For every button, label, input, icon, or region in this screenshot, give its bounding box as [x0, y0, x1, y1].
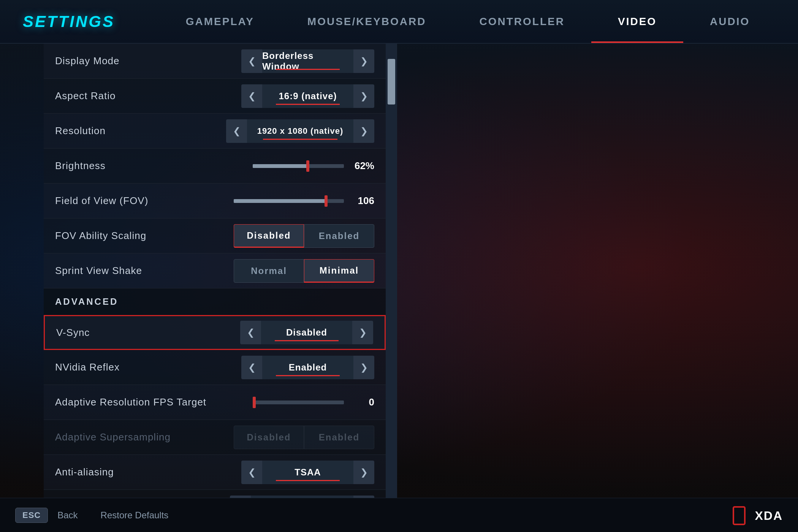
vsync-prev[interactable] [240, 321, 261, 344]
nvidia-reflex-next[interactable] [353, 356, 374, 379]
fov-ability-disabled[interactable]: Disabled [234, 224, 304, 248]
display-mode-next[interactable] [353, 49, 374, 73]
tab-controller[interactable]: CONTROLLER [453, 0, 591, 43]
aspect-ratio-underline [276, 104, 340, 105]
chevron-right-icon [360, 126, 368, 136]
sprint-view-normal[interactable]: Normal [234, 259, 304, 283]
label-vsync: V-Sync [56, 327, 240, 339]
label-fov: Field of View (FOV) [55, 195, 234, 207]
sprint-view-minimal[interactable]: Minimal [304, 259, 374, 283]
label-resolution: Resolution [55, 125, 226, 137]
chevron-left-icon [248, 56, 256, 66]
resolution-value: 1920 x 1080 (native) [257, 126, 344, 136]
label-anti-aliasing: Anti-aliasing [55, 466, 241, 478]
resolution-prev[interactable] [226, 119, 247, 143]
sidebar-left [0, 44, 44, 498]
navbar: SETTINGS GAMEPLAY MOUSE/KEYBOARD CONTROL… [0, 0, 798, 44]
control-adaptive-res: 0 [253, 396, 374, 408]
chevron-right-icon [360, 56, 368, 66]
main-content: Display Mode Borderless Window Aspect Ra… [0, 44, 798, 498]
setting-row-adaptive-res: Adaptive Resolution FPS Target 0 [44, 385, 386, 420]
brightness-track[interactable] [253, 164, 344, 168]
adaptive-super-enabled: Enabled [304, 426, 374, 449]
scrollbar-thumb[interactable] [388, 59, 395, 104]
fov-thumb [325, 195, 328, 207]
control-fov-ability: Disabled Enabled [234, 224, 374, 248]
fov-ability-enabled[interactable]: Enabled [304, 224, 374, 248]
tab-gameplay[interactable]: GAMEPLAY [159, 0, 281, 43]
setting-row-fov: Field of View (FOV) 106 [44, 184, 386, 218]
label-adaptive-super: Adaptive Supersampling [55, 431, 234, 443]
setting-row-anti-aliasing: Anti-aliasing TSAA [44, 455, 386, 490]
fov-track[interactable] [234, 199, 344, 203]
control-anti-aliasing: TSAA [241, 461, 374, 484]
label-aspect-ratio: Aspect Ratio [55, 90, 241, 102]
chevron-left-icon [233, 126, 241, 136]
adaptive-super-disabled: Disabled [234, 426, 304, 449]
chevron-left-icon [248, 362, 256, 373]
vsync-value-box: Disabled [261, 321, 352, 344]
chevron-right-icon [359, 327, 367, 338]
setting-row-brightness: Brightness 62% [44, 149, 386, 184]
settings-list: Display Mode Borderless Window Aspect Ra… [44, 44, 386, 498]
adaptive-res-track[interactable] [253, 401, 344, 404]
setting-row-sprint-view: Sprint View Shake Normal Minimal [44, 253, 386, 288]
setting-row-display-mode: Display Mode Borderless Window [44, 44, 386, 79]
chevron-left-icon [247, 327, 255, 338]
chevron-right-icon [360, 467, 368, 478]
chevron-left-icon [248, 91, 256, 101]
display-mode-prev[interactable] [241, 49, 262, 73]
esc-key-badge: ESC [15, 508, 48, 523]
nvidia-reflex-value-box: Enabled [262, 356, 353, 379]
hint-back: ESC Back [15, 508, 78, 523]
setting-row-texture-budget: Texture Streaming Budget Medium (3GB VRA… [44, 490, 386, 498]
settings-panel: Display Mode Borderless Window Aspect Ra… [44, 44, 386, 498]
display-mode-underline [276, 69, 340, 70]
vsync-underline [275, 340, 339, 341]
resolution-underline [263, 139, 337, 140]
aspect-ratio-value-box: 16:9 (native) [262, 84, 353, 108]
label-display-mode: Display Mode [55, 55, 241, 67]
nvidia-reflex-underline [276, 375, 340, 376]
aspect-ratio-next[interactable] [353, 84, 374, 108]
control-brightness: 62% [253, 160, 374, 172]
xda-bracket-icon [733, 506, 752, 525]
anti-aliasing-prev[interactable] [241, 461, 262, 484]
restore-label[interactable]: Restore Defaults [101, 510, 169, 521]
hint-restore[interactable]: Restore Defaults [101, 510, 169, 521]
tab-video[interactable]: VIDEO [591, 0, 683, 43]
control-aspect-ratio: 16:9 (native) [241, 84, 374, 108]
scrollbar[interactable] [386, 44, 397, 498]
back-label: Back [57, 510, 78, 521]
setting-row-resolution: Resolution 1920 x 1080 (native) [44, 114, 386, 149]
right-panel [397, 44, 798, 498]
fov-value: 106 [352, 195, 374, 207]
aspect-ratio-prev[interactable] [241, 84, 262, 108]
setting-row-nvidia-reflex: NVidia Reflex Enabled [44, 350, 386, 385]
label-sprint-view: Sprint View Shake [55, 265, 234, 277]
resolution-next[interactable] [353, 119, 374, 143]
control-fov: 106 [234, 195, 374, 207]
setting-row-vsync: V-Sync Disabled [44, 315, 386, 350]
nvidia-reflex-prev[interactable] [241, 356, 262, 379]
label-fov-ability: FOV Ability Scaling [55, 230, 234, 242]
control-adaptive-super: Disabled Enabled [234, 426, 374, 449]
brightness-value: 62% [352, 160, 374, 172]
display-mode-value-box: Borderless Window [262, 49, 353, 73]
anti-aliasing-next[interactable] [353, 461, 374, 484]
label-brightness: Brightness [55, 160, 253, 172]
control-vsync: Disabled [240, 321, 373, 344]
section-header-advanced: ADVANCED [44, 288, 386, 315]
chevron-right-icon [360, 91, 368, 101]
section-advanced-label: ADVANCED [55, 296, 118, 307]
control-display-mode: Borderless Window [241, 49, 374, 73]
anti-aliasing-underline [276, 480, 340, 481]
nav-tabs: GAMEPLAY MOUSE/KEYBOARD CONTROLLER VIDEO… [138, 0, 798, 43]
vsync-value: Disabled [286, 327, 327, 338]
vsync-next[interactable] [352, 321, 373, 344]
app-logo: SETTINGS [0, 13, 138, 31]
tab-mouse-keyboard[interactable]: MOUSE/KEYBOARD [281, 0, 453, 43]
chevron-left-icon [248, 467, 256, 478]
setting-row-aspect-ratio: Aspect Ratio 16:9 (native) [44, 79, 386, 114]
tab-audio[interactable]: AUDIO [683, 0, 776, 43]
